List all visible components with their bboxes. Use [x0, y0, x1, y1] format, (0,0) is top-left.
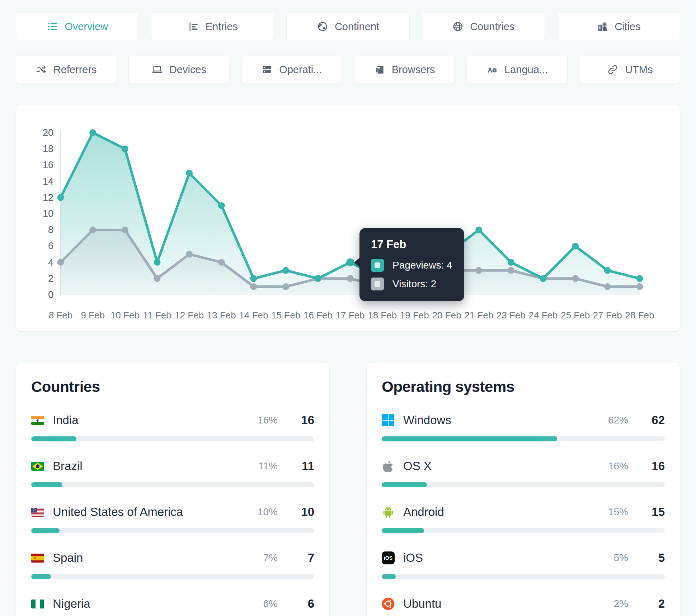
stat-count: 16: [291, 413, 314, 427]
stat-percent: 11%: [258, 460, 278, 472]
stat-name: iOS: [403, 551, 423, 565]
stat-percent: 6%: [263, 598, 278, 610]
svg-text:10 Feb: 10 Feb: [110, 310, 140, 321]
svg-text:20 Feb: 20 Feb: [432, 310, 461, 321]
stat-name: Brazil: [53, 459, 83, 473]
stat-count: 62: [641, 413, 665, 427]
stat-count: 5: [641, 551, 665, 565]
server-icon: [261, 64, 273, 75]
stat-count: 7: [291, 551, 314, 565]
svg-text:19 Feb: 19 Feb: [400, 310, 429, 321]
stat-row-ios: iOSiOS5%5: [382, 551, 665, 579]
tab-browsers[interactable]: Browsers: [354, 55, 455, 84]
tab-langua[interactable]: zLangua...: [467, 55, 567, 84]
stat-row-os-x: OS X16%16: [382, 459, 665, 487]
progress-bar: [31, 528, 314, 533]
stat-row-united-states-of-america: United States of America10%10: [31, 505, 314, 533]
stat-count: 15: [641, 505, 665, 519]
tab-countries[interactable]: Countries: [422, 12, 545, 41]
progress-bar: [382, 436, 665, 441]
stat-count: 2: [641, 597, 665, 611]
svg-text:20: 20: [43, 127, 53, 138]
svg-text:24 Feb: 24 Feb: [529, 310, 558, 321]
tab-label: Cities: [615, 21, 641, 33]
stat-count: 10: [291, 505, 314, 519]
ios-icon: iOS: [382, 551, 395, 564]
tab-label: Devices: [169, 64, 206, 76]
svg-text:z: z: [494, 68, 495, 72]
browser-icon: [374, 64, 385, 75]
stat-row-nigeria: Nigeria6%6: [31, 597, 314, 616]
tab-utms[interactable]: UTMs: [580, 55, 680, 84]
svg-text:14: 14: [43, 176, 53, 187]
stat-name: OS X: [403, 459, 432, 473]
chart-tooltip: 17 Feb Pageviews: 4Visitors: 2: [359, 228, 464, 301]
series-swatch-icon: [371, 259, 384, 272]
svg-text:9 Feb: 9 Feb: [81, 310, 105, 321]
svg-text:16: 16: [43, 160, 53, 170]
stat-percent: 5%: [614, 552, 628, 564]
progress-bar: [31, 574, 314, 579]
svg-text:28 Feb: 28 Feb: [625, 310, 654, 321]
analytics-page: OverviewEntriesContinentCountriesCities …: [16, 0, 680, 616]
svg-text:8 Feb: 8 Feb: [49, 310, 73, 321]
stat-percent: 62%: [608, 414, 628, 426]
series-swatch-icon: [371, 278, 384, 290]
stat-percent: 16%: [608, 460, 628, 472]
stat-percent: 16%: [258, 414, 278, 426]
tab-operati[interactable]: Operati...: [241, 55, 342, 84]
stat-row-ubuntu: Ubuntu2%2: [382, 597, 665, 616]
svg-text:27 Feb: 27 Feb: [593, 310, 622, 321]
bar-chart-icon: [188, 21, 199, 32]
earth-icon: [317, 21, 328, 32]
svg-text:18 Feb: 18 Feb: [368, 310, 397, 321]
svg-text:12 Feb: 12 Feb: [175, 310, 204, 321]
progress-bar: [31, 482, 314, 487]
tab-overview[interactable]: Overview: [16, 12, 139, 41]
svg-text:25 Feb: 25 Feb: [561, 310, 590, 321]
tooltip-row: Pageviews: 4: [371, 259, 453, 272]
svg-text:21 Feb: 21 Feb: [464, 310, 493, 321]
svg-text:18: 18: [43, 143, 53, 154]
flag-india-icon: [31, 416, 44, 425]
operating-systems-panel: Operating systems Windows62%62OS X16%16A…: [366, 362, 680, 616]
ubuntu-icon: [382, 597, 395, 610]
tab-label: Referrers: [53, 64, 97, 76]
android-icon: [382, 506, 395, 518]
tab-label: Countries: [470, 21, 514, 33]
svg-text:4: 4: [48, 257, 53, 268]
tab-entries[interactable]: Entries: [151, 12, 274, 41]
tooltip-row-text: Pageviews: 4: [392, 260, 452, 271]
countries-panel: Countries India16%16Brazil11%11United St…: [16, 362, 330, 616]
tab-label: Continent: [335, 21, 379, 33]
tab-label: Overview: [65, 21, 108, 33]
svg-text:15 Feb: 15 Feb: [271, 310, 300, 321]
tab-cities[interactable]: Cities: [557, 12, 680, 41]
shuffle-icon: [36, 64, 47, 75]
countries-panel-title: Countries: [31, 378, 314, 395]
laptop-icon: [151, 64, 163, 75]
svg-text:14 Feb: 14 Feb: [239, 310, 268, 321]
traffic-chart-card: 024681012141618208 Feb9 Feb10 Feb11 Feb1…: [16, 105, 680, 331]
progress-bar: [382, 528, 665, 533]
tab-label: Browsers: [392, 64, 435, 76]
stat-percent: 10%: [258, 506, 278, 518]
traffic-area-chart[interactable]: 024681012141618208 Feb9 Feb10 Feb11 Feb1…: [33, 124, 662, 324]
tab-continent[interactable]: Continent: [286, 12, 409, 41]
stat-name: Spain: [53, 551, 83, 565]
tooltip-date: 17 Feb: [371, 238, 453, 251]
tab-referrers[interactable]: Referrers: [16, 55, 116, 84]
list-icon: [47, 21, 58, 32]
progress-bar: [382, 482, 665, 487]
svg-text:2: 2: [48, 273, 53, 284]
tab-label: Entries: [206, 21, 238, 33]
stat-name: United States of America: [53, 505, 183, 519]
stat-count: 6: [291, 597, 314, 611]
tab-devices[interactable]: Devices: [128, 55, 229, 84]
stat-name: India: [53, 413, 79, 427]
translate-icon: z: [486, 64, 498, 75]
operating-systems-panel-title: Operating systems: [382, 378, 665, 395]
stat-count: 16: [641, 459, 665, 473]
svg-text:11 Feb: 11 Feb: [143, 310, 171, 321]
link-icon: [607, 64, 619, 75]
